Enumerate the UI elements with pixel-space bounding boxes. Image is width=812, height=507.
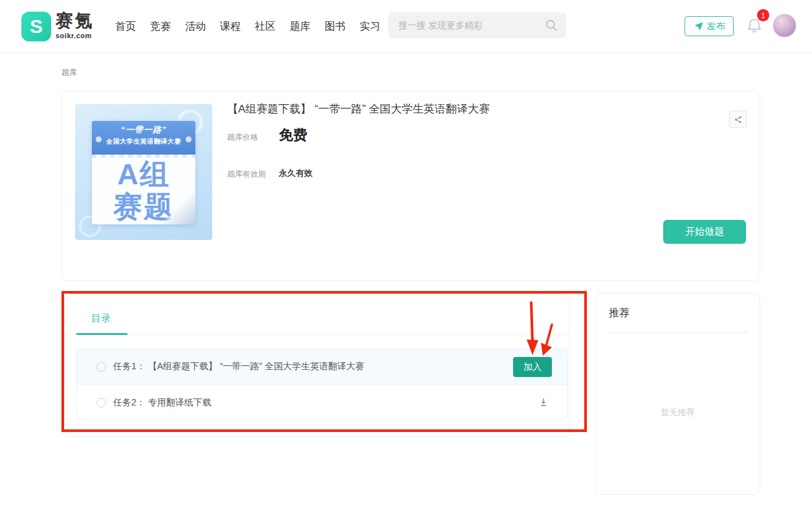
task1-title: 【A组赛题下载】 “一带一路” 全国大学生英语翻译大赛: [148, 361, 364, 371]
validity-value: 永久有效: [279, 167, 313, 179]
decor-dot: [186, 136, 192, 142]
main-nav: 首页 竞赛 活动 课程 社区 题库 图书 实习: [114, 0, 382, 53]
nav-item-home[interactable]: 首页: [114, 17, 137, 36]
poster-quote: “一带一路”: [92, 124, 195, 136]
nav-item-internship[interactable]: 实习: [358, 17, 382, 36]
download-button[interactable]: [536, 396, 551, 410]
start-quiz-button[interactable]: 开始做题: [663, 220, 746, 244]
task2-number: 任务2：: [113, 397, 146, 407]
notifications-button[interactable]: 1: [745, 15, 767, 37]
top-navbar: S 赛氪 soikr.com 首页 竞赛 活动 课程 社区 题库 图书 实习: [0, 0, 812, 53]
notification-badge: 1: [757, 9, 769, 21]
price-value: 免费: [279, 125, 307, 145]
empty-recommendation-text: 暂无推荐: [596, 407, 760, 418]
breadcrumb[interactable]: 题库: [61, 67, 77, 78]
nav-item-activities[interactable]: 活动: [184, 17, 207, 36]
search-bar: [388, 12, 566, 38]
task-row-1[interactable]: 任务1： 【A组赛题下载】 “一带一路” 全国大学生英语翻译大赛 加入: [77, 349, 567, 385]
task-list: 任务1： 【A组赛题下载】 “一带一路” 全国大学生英语翻译大赛 加入 任务2：…: [76, 349, 568, 420]
divider: [609, 332, 748, 333]
publish-button[interactable]: 发布: [685, 16, 734, 36]
task1-number: 任务1：: [113, 361, 146, 371]
nav-item-books[interactable]: 图书: [324, 17, 347, 36]
nav-item-courses[interactable]: 课程: [219, 17, 242, 36]
bank-cover-image: “一带一路” 全国大学生英语翻译大赛 A组 赛题: [75, 104, 212, 240]
share-button[interactable]: [729, 111, 747, 128]
site-logo[interactable]: S 赛氪 soikr.com: [21, 12, 94, 41]
poster-line1: A组: [92, 159, 195, 190]
search-input[interactable]: [388, 20, 544, 30]
decor-dot: [96, 136, 102, 142]
logo-text: 赛氪 soikr.com: [56, 12, 94, 39]
task1-radio[interactable]: [96, 362, 106, 372]
task-row-2[interactable]: 任务2： 专用翻译纸下载: [77, 385, 567, 420]
brand-name: 赛氪: [56, 12, 94, 31]
poster-subtitle: 全国大学生英语翻译大赛: [92, 137, 195, 146]
poster-header: “一带一路” 全国大学生英语翻译大赛: [92, 121, 195, 155]
task2-label: 任务2： 专用翻译纸下载: [113, 397, 212, 409]
nav-item-question-bank[interactable]: 题库: [289, 17, 312, 36]
recommendation-panel: 推荐 暂无推荐: [595, 293, 760, 495]
logo-icon: S: [21, 12, 51, 41]
tab-active-underline: [76, 333, 127, 335]
paper-plane-icon: [694, 21, 704, 32]
tab-catalog[interactable]: 目录: [91, 312, 111, 325]
search-icon[interactable]: [544, 18, 558, 32]
price-label: 题库价格: [227, 132, 258, 143]
share-icon: [734, 115, 743, 124]
recommendation-title: 推荐: [609, 307, 630, 320]
poster-page-curl: [160, 189, 195, 224]
catalog-tab-bar: 目录: [65, 294, 569, 335]
nav-item-community[interactable]: 社区: [254, 17, 277, 36]
brand-domain: soikr.com: [56, 32, 94, 39]
bank-title: 【A组赛题下载】 “一带一路” 全国大学生英语翻译大赛: [227, 102, 490, 116]
nav-item-competitions[interactable]: 竞赛: [149, 17, 172, 36]
publish-label: 发布: [707, 21, 725, 32]
validity-label: 题库有效期: [227, 169, 266, 180]
catalog-card: 目录 任务1： 【A组赛题下载】 “一带一路” 全国大学生英语翻译大赛 加入 任…: [64, 294, 570, 437]
join-button[interactable]: 加入: [513, 357, 552, 377]
question-bank-card: “一带一路” 全国大学生英语翻译大赛 A组 赛题 【A组赛题下载】 “一带一路”…: [61, 91, 760, 281]
task2-radio[interactable]: [96, 398, 106, 407]
poster-inner-card: “一带一路” 全国大学生英语翻译大赛 A组 赛题: [92, 121, 195, 224]
user-avatar[interactable]: [773, 14, 796, 38]
page: S 赛氪 soikr.com 首页 竞赛 活动 课程 社区 题库 图书 实习: [0, 0, 812, 507]
task2-title: 专用翻译纸下载: [148, 397, 212, 407]
download-icon: [538, 396, 549, 408]
task1-label: 任务1： 【A组赛题下载】 “一带一路” 全国大学生英语翻译大赛: [113, 361, 364, 372]
